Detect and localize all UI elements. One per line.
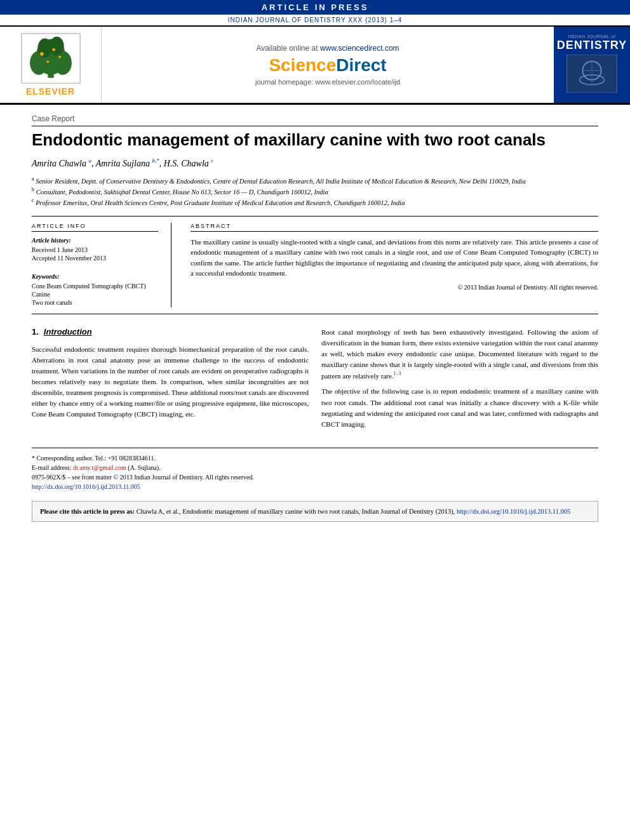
keyword-3: Two root canals [32, 299, 158, 306]
svg-point-6 [50, 37, 64, 56]
body-right-column: Root canal morphology of teeth has been … [321, 327, 598, 435]
copyright-text: © 2013 Indian Journal of Dentistry. All … [191, 284, 598, 291]
keyword-1: Cone Beam Computed Tomography (CBCT) [32, 283, 158, 290]
sciencedirect-url[interactable]: www.sciencedirect.com [320, 44, 399, 53]
citation-box: Please cite this article in press as: Ch… [32, 501, 598, 523]
article-type-label: Case Report [32, 114, 598, 126]
email-attribution: (A. Sujlana). [128, 464, 160, 471]
svg-point-7 [40, 52, 44, 56]
dentistry-cover: INDIAN JOURNAL of DENTISTRY [557, 34, 627, 95]
keyword-2: Canine [32, 291, 158, 298]
journal-header: ELSEVIER Available online at www.science… [0, 27, 630, 105]
journal-subtitle: INDIAN JOURNAL OF DENTISTRY XXX (2013) 1… [0, 15, 630, 27]
divider-2 [32, 314, 598, 314]
svg-point-10 [46, 60, 49, 63]
doi-link[interactable]: http://dx.doi.org/10.1016/j.ijd.2013.11.… [32, 482, 598, 491]
sciencedirect-logo: ScienceDirect [269, 55, 386, 76]
received-date: Received 1 June 2013 [32, 246, 158, 253]
article-info-column: ARTICLE INFO Article history: Received 1… [32, 223, 171, 307]
keywords-label: Keywords: [32, 273, 158, 280]
history-label: Article history: [32, 237, 158, 244]
corresponding-author-text: * Corresponding author. Tel.: +91 082838… [32, 455, 156, 462]
elsevier-tree-icon [19, 33, 83, 84]
cover-image [566, 55, 617, 93]
journal-cover-area: INDIAN JOURNAL of DENTISTRY [554, 27, 630, 103]
elsevier-label: ELSEVIER [19, 86, 83, 97]
article-in-press-banner: ARTICLE IN PRESS [0, 0, 630, 15]
section-number: 1. [32, 327, 39, 337]
cover-illustration-icon [567, 55, 617, 93]
affil-sup-b: b,* [152, 157, 159, 164]
svg-point-9 [58, 56, 61, 58]
divider-1 [32, 216, 598, 217]
section-title: Introduction [44, 327, 92, 337]
issn-line: 0975-962X/$ – see front matter © 2013 In… [32, 472, 598, 482]
citation-doi[interactable]: http://dx.doi.org/10.1016/j.ijd.2013.11.… [457, 508, 570, 515]
body-section: 1. Introduction Successful endodontic tr… [32, 327, 598, 435]
elsevier-logo-area: ELSEVIER [0, 27, 102, 103]
body-left-column: 1. Introduction Successful endodontic tr… [32, 327, 309, 435]
email-line: E-mail address: dr.amy.t@gmail.com (A. S… [32, 463, 598, 472]
abstract-column: ABSTRACT The maxillary canine is usually… [191, 223, 598, 307]
affil-sup-c: c [211, 157, 213, 164]
citation-please: Please cite this article in press as: Ch… [40, 508, 570, 515]
accepted-date: Accepted 11 November 2013 [32, 255, 158, 262]
article-title: Endodontic management of maxillary canin… [32, 130, 598, 150]
email-address[interactable]: dr.amy.t@gmail.com [73, 464, 126, 471]
citation-1-3: 1–3 [394, 371, 401, 377]
intro-paragraph-2: Root canal morphology of teeth has been … [321, 327, 598, 382]
info-section: ARTICLE INFO Article history: Received 1… [32, 223, 598, 307]
abstract-text: The maxillary canine is usually single-r… [191, 237, 598, 279]
affiliation-b: b Consultant, Pedodontist, Sukhiqbal Den… [32, 186, 598, 197]
journal-header-center: Available online at www.sciencedirect.co… [102, 27, 554, 103]
affil-sup-a: a [88, 157, 91, 164]
footnotes-area: * Corresponding author. Tel.: +91 082838… [32, 448, 598, 491]
available-online-text: Available online at www.sciencedirect.co… [256, 44, 399, 53]
elsevier-logo: ELSEVIER [19, 33, 83, 97]
dentistry-label: DENTISTRY [557, 39, 627, 52]
svg-point-8 [52, 48, 55, 51]
corresponding-author-note: * Corresponding author. Tel.: +91 082838… [32, 453, 598, 463]
email-label: E-mail address: [32, 464, 71, 471]
affiliation-a: a Senior Resident, Deptt. of Conservativ… [32, 175, 598, 186]
indian-journal-label: INDIAN JOURNAL of [557, 34, 627, 39]
intro-paragraph-3: The objective of the following case is t… [321, 386, 598, 429]
article-info-header: ARTICLE INFO [32, 223, 158, 232]
intro-paragraph-1: Successful endodontic treatment requires… [32, 344, 309, 420]
main-content: Case Report Endodontic management of max… [0, 105, 630, 531]
journal-homepage: journal homepage: www.elsevier.com/locat… [255, 78, 400, 86]
affiliation-c: c Professor Emeritus, Oral Health Scienc… [32, 197, 598, 208]
authors-line: Amrita Chawla a, Amrita Sujlana b,*, H.S… [32, 157, 598, 169]
abstract-header: ABSTRACT [191, 223, 598, 232]
affiliations-block: a Senior Resident, Deptt. of Conservativ… [32, 175, 598, 208]
